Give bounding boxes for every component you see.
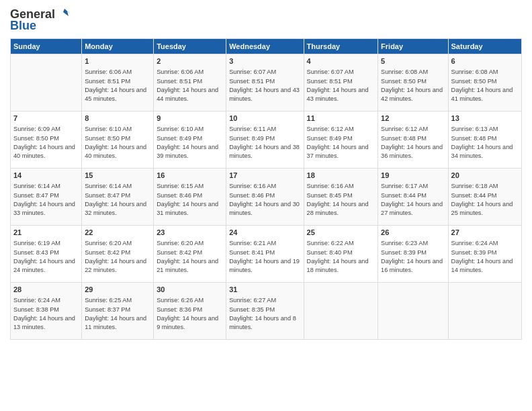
calendar-cell: 25Sunrise: 6:22 AMSunset: 8:40 PMDayligh… xyxy=(304,226,378,283)
cell-info: Sunrise: 6:17 AMSunset: 8:44 PMDaylight:… xyxy=(381,182,445,218)
cell-info: Sunrise: 6:06 AMSunset: 8:51 PMDaylight:… xyxy=(157,68,223,103)
calendar-cell: 1Sunrise: 6:06 AMSunset: 8:51 PMDaylight… xyxy=(82,54,154,111)
calendar-cell: 5Sunrise: 6:08 AMSunset: 8:50 PMDaylight… xyxy=(378,54,448,111)
calendar-cell: 4Sunrise: 6:07 AMSunset: 8:51 PMDaylight… xyxy=(304,54,378,111)
cell-info: Sunrise: 6:18 AMSunset: 8:44 PMDaylight:… xyxy=(451,182,519,218)
calendar-week-row: 1Sunrise: 6:06 AMSunset: 8:51 PMDaylight… xyxy=(11,54,522,111)
calendar-cell xyxy=(11,54,82,111)
day-of-week-header: Thursday xyxy=(304,39,378,54)
cell-info: Sunrise: 6:10 AMSunset: 8:49 PMDaylight:… xyxy=(157,125,223,161)
calendar-cell: 23Sunrise: 6:20 AMSunset: 8:42 PMDayligh… xyxy=(154,226,226,283)
calendar-cell: 26Sunrise: 6:23 AMSunset: 8:39 PMDayligh… xyxy=(378,226,448,283)
cell-info: Sunrise: 6:21 AMSunset: 8:41 PMDaylight:… xyxy=(229,239,300,275)
cell-info: Sunrise: 6:15 AMSunset: 8:46 PMDaylight:… xyxy=(157,182,223,218)
calendar-cell: 17Sunrise: 6:16 AMSunset: 8:46 PMDayligh… xyxy=(226,169,304,226)
calendar-cell: 10Sunrise: 6:11 AMSunset: 8:49 PMDayligh… xyxy=(226,111,304,169)
calendar-cell: 13Sunrise: 6:13 AMSunset: 8:48 PMDayligh… xyxy=(448,111,521,169)
day-of-week-header: Tuesday xyxy=(154,39,226,54)
day-number: 30 xyxy=(157,285,223,295)
day-number: 25 xyxy=(307,228,375,238)
cell-info: Sunrise: 6:11 AMSunset: 8:49 PMDaylight:… xyxy=(229,125,300,161)
day-number: 2 xyxy=(157,56,223,66)
calendar-cell xyxy=(448,283,521,340)
day-of-week-header: Sunday xyxy=(11,39,82,54)
calendar-cell: 28Sunrise: 6:24 AMSunset: 8:38 PMDayligh… xyxy=(11,283,82,340)
day-number: 18 xyxy=(307,171,375,181)
cell-info: Sunrise: 6:08 AMSunset: 8:50 PMDaylight:… xyxy=(381,68,445,103)
cell-info: Sunrise: 6:25 AMSunset: 8:37 PMDaylight:… xyxy=(85,296,150,332)
logo-text-block: General Blue xyxy=(10,7,71,33)
day-number: 31 xyxy=(229,285,300,295)
day-number: 3 xyxy=(229,56,300,66)
calendar-cell: 20Sunrise: 6:18 AMSunset: 8:44 PMDayligh… xyxy=(448,169,521,226)
cell-info: Sunrise: 6:12 AMSunset: 8:48 PMDaylight:… xyxy=(381,125,445,161)
cell-info: Sunrise: 6:16 AMSunset: 8:46 PMDaylight:… xyxy=(229,182,300,218)
day-number: 27 xyxy=(451,228,519,238)
calendar-cell: 2Sunrise: 6:06 AMSunset: 8:51 PMDaylight… xyxy=(154,54,226,111)
calendar-cell: 29Sunrise: 6:25 AMSunset: 8:37 PMDayligh… xyxy=(82,283,154,340)
day-number: 29 xyxy=(85,285,150,295)
calendar-cell: 22Sunrise: 6:20 AMSunset: 8:42 PMDayligh… xyxy=(82,226,154,283)
cell-info: Sunrise: 6:07 AMSunset: 8:51 PMDaylight:… xyxy=(307,68,375,103)
cell-info: Sunrise: 6:20 AMSunset: 8:42 PMDaylight:… xyxy=(85,239,150,275)
day-number: 15 xyxy=(85,171,150,181)
calendar-cell: 9Sunrise: 6:10 AMSunset: 8:49 PMDaylight… xyxy=(154,111,226,169)
day-number: 1 xyxy=(85,56,150,66)
cell-info: Sunrise: 6:06 AMSunset: 8:51 PMDaylight:… xyxy=(85,68,150,103)
day-number: 23 xyxy=(157,228,223,238)
day-number: 16 xyxy=(157,171,223,181)
calendar-cell: 12Sunrise: 6:12 AMSunset: 8:48 PMDayligh… xyxy=(378,111,448,169)
calendar-cell: 31Sunrise: 6:27 AMSunset: 8:35 PMDayligh… xyxy=(226,283,304,340)
calendar-cell: 3Sunrise: 6:07 AMSunset: 8:51 PMDaylight… xyxy=(226,54,304,111)
calendar-week-row: 28Sunrise: 6:24 AMSunset: 8:38 PMDayligh… xyxy=(11,283,522,340)
day-number: 17 xyxy=(229,171,300,181)
calendar-cell: 15Sunrise: 6:14 AMSunset: 8:47 PMDayligh… xyxy=(82,169,154,226)
cell-info: Sunrise: 6:08 AMSunset: 8:50 PMDaylight:… xyxy=(451,68,519,103)
cell-info: Sunrise: 6:19 AMSunset: 8:43 PMDaylight:… xyxy=(13,239,79,275)
calendar-week-row: 21Sunrise: 6:19 AMSunset: 8:43 PMDayligh… xyxy=(11,226,522,283)
calendar-table: SundayMondayTuesdayWednesdayThursdayFrid… xyxy=(10,38,522,340)
calendar-header-row: SundayMondayTuesdayWednesdayThursdayFrid… xyxy=(11,39,522,54)
cell-info: Sunrise: 6:26 AMSunset: 8:36 PMDaylight:… xyxy=(157,296,223,332)
cell-info: Sunrise: 6:13 AMSunset: 8:48 PMDaylight:… xyxy=(451,125,519,161)
day-number: 13 xyxy=(451,113,519,124)
day-number: 7 xyxy=(13,113,79,124)
logo-bird-icon xyxy=(56,7,71,21)
calendar-cell: 24Sunrise: 6:21 AMSunset: 8:41 PMDayligh… xyxy=(226,226,304,283)
cell-info: Sunrise: 6:24 AMSunset: 8:38 PMDaylight:… xyxy=(13,296,79,332)
calendar-cell: 27Sunrise: 6:24 AMSunset: 8:39 PMDayligh… xyxy=(448,226,521,283)
calendar-cell: 19Sunrise: 6:17 AMSunset: 8:44 PMDayligh… xyxy=(378,169,448,226)
day-number: 9 xyxy=(157,113,223,124)
page-header: General Blue xyxy=(10,7,522,33)
cell-info: Sunrise: 6:09 AMSunset: 8:50 PMDaylight:… xyxy=(13,125,79,161)
calendar-week-row: 7Sunrise: 6:09 AMSunset: 8:50 PMDaylight… xyxy=(11,111,522,169)
day-of-week-header: Monday xyxy=(82,39,154,54)
calendar-cell: 16Sunrise: 6:15 AMSunset: 8:46 PMDayligh… xyxy=(154,169,226,226)
calendar-cell: 18Sunrise: 6:16 AMSunset: 8:45 PMDayligh… xyxy=(304,169,378,226)
calendar-cell: 7Sunrise: 6:09 AMSunset: 8:50 PMDaylight… xyxy=(11,111,82,169)
cell-info: Sunrise: 6:10 AMSunset: 8:50 PMDaylight:… xyxy=(85,125,150,161)
cell-info: Sunrise: 6:22 AMSunset: 8:40 PMDaylight:… xyxy=(307,239,375,275)
cell-info: Sunrise: 6:12 AMSunset: 8:49 PMDaylight:… xyxy=(307,125,375,161)
day-number: 21 xyxy=(13,228,79,238)
day-number: 26 xyxy=(381,228,445,238)
logo-blue: Blue xyxy=(10,19,36,33)
calendar-cell xyxy=(304,283,378,340)
calendar-cell: 8Sunrise: 6:10 AMSunset: 8:50 PMDaylight… xyxy=(82,111,154,169)
cell-info: Sunrise: 6:23 AMSunset: 8:39 PMDaylight:… xyxy=(381,239,445,275)
day-number: 11 xyxy=(307,113,375,124)
day-number: 22 xyxy=(85,228,150,238)
day-of-week-header: Friday xyxy=(378,39,448,54)
cell-info: Sunrise: 6:20 AMSunset: 8:42 PMDaylight:… xyxy=(157,239,223,275)
calendar-cell: 14Sunrise: 6:14 AMSunset: 8:47 PMDayligh… xyxy=(11,169,82,226)
cell-info: Sunrise: 6:27 AMSunset: 8:35 PMDaylight:… xyxy=(229,296,300,332)
day-number: 6 xyxy=(451,56,519,66)
calendar-cell: 30Sunrise: 6:26 AMSunset: 8:36 PMDayligh… xyxy=(154,283,226,340)
day-number: 19 xyxy=(381,171,445,181)
day-number: 24 xyxy=(229,228,300,238)
calendar-cell: 21Sunrise: 6:19 AMSunset: 8:43 PMDayligh… xyxy=(11,226,82,283)
calendar-cell: 11Sunrise: 6:12 AMSunset: 8:49 PMDayligh… xyxy=(304,111,378,169)
logo: General Blue xyxy=(10,7,71,33)
day-number: 10 xyxy=(229,113,300,124)
day-number: 12 xyxy=(381,113,445,124)
